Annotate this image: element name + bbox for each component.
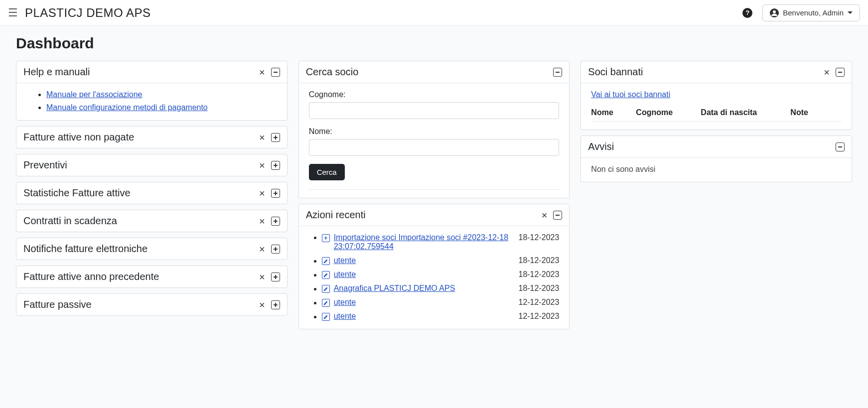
recent-action-link-0[interactable]: Importazione soci Importazione soci #202… [334, 233, 514, 251]
dashboard-columns: Help e manuali × Manuale per l'associazi… [16, 61, 852, 329]
list-item: utente12-12-2023 [322, 298, 560, 307]
close-icon[interactable]: × [257, 188, 267, 198]
list-item: utente18-12-2023 [322, 270, 560, 279]
panel-actions: × [257, 188, 280, 198]
panel-title: Avvisi [588, 141, 836, 152]
expand-icon[interactable] [271, 161, 280, 170]
close-icon[interactable]: × [257, 272, 267, 282]
recent-action-date: 18-12-2023 [518, 256, 559, 265]
help-link-0[interactable]: Manuale per l'associazione [46, 90, 143, 99]
list-item: Manuale per l'associazione [46, 90, 277, 99]
action-row: utente18-12-2023 [322, 256, 560, 265]
panel-body: Vai ai tuoi soci bannati Nome Cognome Da… [581, 83, 852, 130]
panel-title: Contratti in scadenza [23, 215, 257, 227]
form-group-name: Nome: [309, 127, 560, 156]
panel-help: Help e manuali × Manuale per l'associazi… [16, 61, 288, 121]
action-link-wrap: utente [322, 298, 514, 307]
panel-actions: × [257, 272, 280, 282]
action-link-wrap: Anagrafica PLASTICJ DEMO APS [322, 284, 514, 293]
panel-collapsed-2: Statistiche Fatture attive × [16, 182, 288, 204]
panel-actions: × [257, 300, 280, 310]
recent-action-link-5[interactable]: utente [334, 312, 356, 321]
recent-action-date: 12-12-2023 [518, 298, 559, 307]
panel-banned-members: Soci bannati × Vai ai tuoi soci bannati … [580, 61, 852, 130]
form-group-surname: Cognome: [309, 90, 560, 119]
panel-search-member: Cerca socio Cognome: Nome: Cerca [298, 61, 570, 198]
collapse-icon[interactable] [836, 68, 845, 77]
menu-toggle-icon[interactable]: ☰ [8, 6, 18, 19]
close-icon[interactable]: × [257, 160, 267, 170]
list-item: utente18-12-2023 [322, 256, 560, 265]
panel-body: Manuale per l'associazione Manuale confi… [16, 83, 287, 120]
panel-header: Help e manuali × [16, 61, 287, 83]
help-link-1[interactable]: Manuale configurazione metodi di pagamen… [46, 103, 208, 112]
expand-icon[interactable] [271, 189, 280, 198]
panel-notices: Avvisi Non ci sono avvisi [580, 136, 852, 182]
recent-action-link-1[interactable]: utente [334, 256, 356, 265]
name-input[interactable] [309, 139, 560, 156]
panel-collapsed-1: Preventivi × [16, 154, 288, 176]
add-icon [322, 234, 330, 242]
topbar: ☰ PLASTICJ DEMO APS ? Benvenuto, Admin [0, 0, 868, 26]
svg-point-1 [773, 10, 776, 13]
edit-icon [322, 271, 330, 279]
panel-actions: × [540, 210, 563, 220]
panel-collapsed-3: Contratti in scadenza × [16, 210, 288, 232]
list-item: Anagrafica PLASTICJ DEMO APS18-12-2023 [322, 284, 560, 293]
topbar-right: ? Benvenuto, Admin [742, 4, 860, 21]
close-icon[interactable]: × [257, 67, 267, 77]
user-menu-button[interactable]: Benvenuto, Admin [762, 4, 860, 21]
expand-icon[interactable] [271, 300, 280, 309]
action-link-wrap: Importazione soci Importazione soci #202… [322, 233, 514, 251]
banned-link[interactable]: Vai ai tuoi soci bannati [591, 90, 670, 99]
expand-icon[interactable] [271, 245, 280, 254]
panel-header: Avvisi [581, 136, 852, 157]
panel-title: Preventivi [23, 159, 257, 171]
panel-actions: × [257, 67, 280, 77]
name-label: Nome: [309, 127, 560, 136]
expand-icon[interactable] [271, 217, 280, 226]
action-row: utente18-12-2023 [322, 270, 560, 279]
panel-header: Cerca socio [299, 61, 570, 83]
panel-body: Cognome: Nome: Cerca [299, 83, 570, 198]
recent-action-list: Importazione soci Importazione soci #202… [309, 233, 560, 321]
search-button[interactable]: Cerca [309, 164, 345, 180]
panel-collapsed-6: Fatture passive × [16, 293, 288, 316]
column-2: Cerca socio Cognome: Nome: Cerca [298, 61, 570, 329]
close-icon[interactable]: × [540, 210, 550, 220]
panel-header: Fatture attive anno precedente × [16, 266, 287, 287]
close-icon[interactable]: × [822, 67, 832, 77]
collapse-icon[interactable] [836, 142, 845, 151]
close-icon[interactable]: × [257, 300, 267, 310]
collapse-icon[interactable] [553, 211, 562, 220]
close-icon[interactable]: × [257, 244, 267, 254]
help-icon[interactable]: ? [742, 8, 752, 18]
expand-icon[interactable] [271, 272, 280, 281]
close-icon[interactable]: × [257, 133, 267, 142]
action-link-wrap: utente [322, 270, 514, 279]
column-3: Soci bannati × Vai ai tuoi soci bannati … [580, 61, 852, 182]
recent-action-date: 12-12-2023 [518, 312, 559, 321]
action-link-wrap: utente [322, 312, 514, 321]
recent-action-link-2[interactable]: utente [334, 270, 356, 279]
collapse-icon[interactable] [271, 68, 280, 77]
close-icon[interactable]: × [257, 216, 267, 226]
action-row: Anagrafica PLASTICJ DEMO APS18-12-2023 [322, 284, 560, 293]
recent-action-link-3[interactable]: Anagrafica PLASTICJ DEMO APS [334, 284, 455, 293]
panel-header: Notifiche fatture elettroniche × [16, 238, 287, 260]
action-row: Importazione soci Importazione soci #202… [322, 233, 560, 251]
list-item: utente12-12-2023 [322, 312, 560, 321]
surname-input[interactable] [309, 102, 560, 119]
th-name: Nome [591, 108, 636, 117]
recent-action-link-4[interactable]: utente [334, 298, 356, 307]
panel-header: Statistiche Fatture attive × [16, 182, 287, 204]
panel-actions: × [257, 133, 280, 142]
panel-title: Help e manuali [23, 66, 257, 78]
app-title: PLASTICJ DEMO APS [25, 6, 151, 20]
panel-title: Azioni recenti [306, 209, 540, 221]
expand-icon[interactable] [271, 133, 280, 142]
collapse-icon[interactable] [553, 68, 562, 77]
page-title: Dashboard [16, 35, 852, 52]
panel-header: Soci bannati × [581, 61, 852, 83]
action-row: utente12-12-2023 [322, 312, 560, 321]
